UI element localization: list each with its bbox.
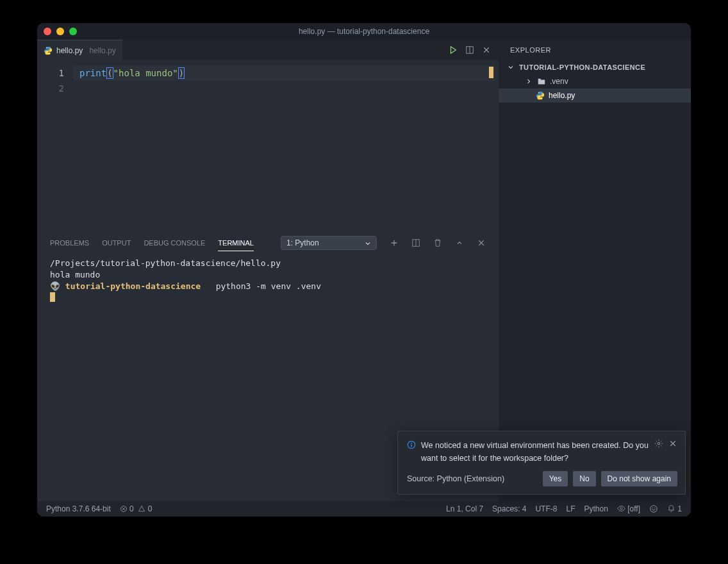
python-file-icon bbox=[536, 91, 545, 100]
status-language[interactable]: Python bbox=[584, 504, 608, 513]
svg-point-1 bbox=[49, 53, 50, 53]
tree-root[interactable]: TUTORIAL-PYTHON-DATASCIENCE bbox=[499, 60, 691, 74]
close-panel-icon[interactable] bbox=[477, 238, 486, 247]
tab-debug-console[interactable]: DEBUG CONSOLE bbox=[144, 239, 205, 247]
panel-tabbar: PROBLEMS OUTPUT DEBUG CONSOLE TERMINAL 1… bbox=[37, 233, 499, 253]
svg-point-9 bbox=[620, 508, 622, 510]
tab-subpath: hello.py bbox=[89, 46, 115, 55]
tree-root-label: TUTORIAL-PYTHON-DATASCIENCE bbox=[519, 63, 645, 71]
line-number: 1 bbox=[37, 65, 64, 81]
editor-tab-hello[interactable]: hello.py hello.py bbox=[37, 40, 122, 60]
status-cursor-pos[interactable]: Ln 1, Col 7 bbox=[446, 504, 483, 513]
terminal-command: python3 -m venv .venv bbox=[216, 281, 321, 291]
split-terminal-icon[interactable] bbox=[411, 238, 420, 247]
new-terminal-icon[interactable] bbox=[390, 238, 399, 247]
svg-point-11 bbox=[652, 508, 653, 508]
tab-problems[interactable]: PROBLEMS bbox=[50, 239, 89, 247]
window-title: hello.py — tutorial-python-datascience bbox=[299, 27, 429, 36]
status-notifications[interactable]: 1 bbox=[667, 504, 682, 513]
editor-tabbar: hello.py hello.py bbox=[37, 40, 499, 60]
trash-icon[interactable] bbox=[433, 238, 442, 247]
do-not-show-again-button[interactable]: Do not show again bbox=[601, 471, 677, 486]
terminal-cursor bbox=[50, 292, 55, 302]
gear-icon[interactable] bbox=[654, 439, 663, 448]
chevron-down-icon bbox=[363, 239, 372, 248]
svg-point-6 bbox=[538, 92, 539, 93]
notification-toast: We noticed a new virtual environment has… bbox=[397, 431, 686, 495]
svg-rect-15 bbox=[411, 444, 411, 447]
terminal-line: 👽 tutorial-python-datascience python3 -m… bbox=[50, 281, 486, 292]
chevron-up-icon[interactable] bbox=[455, 238, 464, 247]
tree-item-hello[interactable]: hello.py bbox=[499, 88, 691, 103]
prompt-dir: tutorial-python-datascience bbox=[65, 281, 201, 291]
svg-point-14 bbox=[411, 443, 412, 444]
info-icon bbox=[407, 440, 416, 449]
no-button[interactable]: No bbox=[573, 471, 595, 486]
svg-point-12 bbox=[654, 508, 655, 508]
prompt-icon: 👽 bbox=[50, 281, 60, 291]
file-tree: TUTORIAL-PYTHON-DATASCIENCE .venv hello.… bbox=[499, 60, 691, 103]
run-icon[interactable] bbox=[449, 46, 458, 54]
maximize-window-icon[interactable] bbox=[69, 28, 77, 35]
svg-point-10 bbox=[650, 506, 658, 513]
line-gutter: 1 2 bbox=[37, 60, 73, 233]
traffic-lights[interactable] bbox=[44, 28, 77, 35]
terminal-selector[interactable]: 1: Python bbox=[281, 236, 377, 250]
split-editor-icon[interactable] bbox=[465, 46, 474, 54]
feedback-icon[interactable] bbox=[649, 504, 658, 513]
notification-message: We noticed a new virtual environment has… bbox=[421, 439, 649, 465]
close-tab-icon[interactable] bbox=[482, 46, 491, 54]
terminal-line: hola mundo bbox=[50, 269, 486, 281]
status-errors[interactable]: 0 0 bbox=[120, 504, 153, 513]
status-encoding[interactable]: UTF-8 bbox=[535, 504, 557, 513]
yes-button[interactable]: Yes bbox=[543, 471, 568, 486]
svg-point-16 bbox=[658, 442, 660, 445]
tab-terminal[interactable]: TERMINAL bbox=[218, 239, 254, 251]
tree-item-label: hello.py bbox=[549, 91, 575, 100]
terminal-selector-label: 1: Python bbox=[286, 238, 319, 247]
terminal-line: /Projects/tutorial-python-datascience/he… bbox=[50, 258, 486, 269]
tab-filename: hello.py bbox=[56, 46, 83, 55]
chevron-right-icon bbox=[524, 77, 533, 86]
vscode-window: hello.py — tutorial-python-datascience h… bbox=[37, 23, 691, 517]
close-icon[interactable] bbox=[668, 439, 677, 448]
token-string: "hola mundo" bbox=[113, 68, 178, 78]
statusbar: Python 3.7.6 64-bit 0 0 Ln 1, Col 7 Spac… bbox=[37, 501, 691, 517]
code-content[interactable]: print("hola mundo") bbox=[73, 60, 185, 233]
minimap-cursor bbox=[489, 67, 493, 78]
token-paren-open: ( bbox=[106, 67, 113, 79]
titlebar: hello.py — tutorial-python-datascience bbox=[37, 23, 691, 40]
svg-point-0 bbox=[46, 47, 47, 48]
token-function: print bbox=[79, 68, 106, 78]
status-screencast[interactable]: [off] bbox=[617, 504, 640, 513]
svg-point-7 bbox=[542, 98, 542, 99]
explorer-title: EXPLORER bbox=[499, 40, 691, 60]
chevron-down-icon bbox=[506, 63, 515, 72]
notification-source: Source: Python (Extension) bbox=[407, 474, 504, 483]
tree-item-label: .venv bbox=[550, 77, 568, 86]
status-python-version[interactable]: Python 3.7.6 64-bit bbox=[46, 504, 111, 513]
line-number: 2 bbox=[37, 81, 64, 96]
status-eol[interactable]: LF bbox=[566, 504, 575, 513]
tab-output[interactable]: OUTPUT bbox=[102, 239, 131, 247]
minimize-window-icon[interactable] bbox=[56, 28, 64, 35]
close-window-icon[interactable] bbox=[44, 28, 51, 35]
folder-icon bbox=[537, 77, 546, 86]
code-editor[interactable]: 1 2 print("hola mundo") bbox=[37, 60, 499, 233]
python-file-icon bbox=[44, 46, 53, 55]
tree-item-venv[interactable]: .venv bbox=[499, 74, 691, 88]
status-spaces[interactable]: Spaces: 4 bbox=[492, 504, 526, 513]
token-paren-close: ) bbox=[178, 67, 185, 79]
